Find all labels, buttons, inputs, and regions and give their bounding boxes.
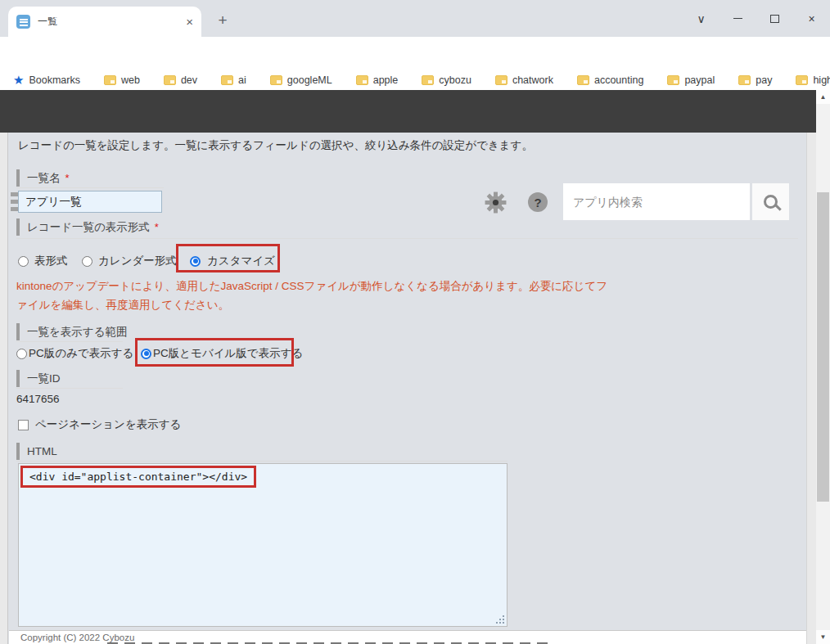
bookmark-label: dev bbox=[181, 74, 197, 86]
label-underline bbox=[16, 187, 164, 188]
bookmark-label: chatwork bbox=[512, 74, 553, 86]
folder-icon bbox=[422, 75, 434, 85]
folder-icon bbox=[495, 75, 507, 85]
label-underline bbox=[16, 388, 123, 389]
bookmark-folder-cybozu[interactable]: cybozu bbox=[422, 74, 471, 86]
bookmark-label: apple bbox=[373, 74, 399, 86]
scroll-up-icon[interactable]: ▲ bbox=[816, 90, 830, 104]
folder-icon bbox=[796, 75, 808, 85]
bookmark-label: cybozu bbox=[439, 74, 471, 86]
radio-pc-only[interactable]: PC版のみで表示する bbox=[16, 345, 133, 363]
pagination-checkbox-row[interactable]: ページネーションを表示する bbox=[18, 416, 181, 434]
bookmark-folder-apple[interactable]: apple bbox=[356, 74, 399, 86]
right-gutter bbox=[806, 133, 816, 644]
settings-gear-icon[interactable] bbox=[485, 191, 507, 217]
radio-table-format[interactable]: 表形式 bbox=[18, 252, 68, 270]
folder-icon bbox=[270, 75, 282, 85]
bookmark-folder-dev[interactable]: dev bbox=[164, 74, 197, 86]
folder-icon bbox=[356, 75, 368, 85]
html-textarea[interactable]: <div id="applist-container"></div> bbox=[18, 463, 507, 627]
bookmark-folder-ai[interactable]: ai bbox=[221, 74, 246, 86]
required-asterisk: * bbox=[155, 221, 159, 233]
scroll-down-icon[interactable]: ▼ bbox=[816, 630, 830, 644]
list-id-label: 一覧ID bbox=[16, 370, 61, 387]
bookmark-label: highcharts bbox=[813, 74, 830, 86]
left-gutter bbox=[0, 133, 8, 644]
window-controls: ∨ × bbox=[683, 0, 830, 37]
tab-close-icon[interactable]: × bbox=[186, 16, 193, 28]
radio-icon[interactable] bbox=[16, 349, 27, 359]
bookmark-folder-chatwork[interactable]: chatwork bbox=[495, 74, 553, 86]
list-name-input[interactable] bbox=[18, 191, 162, 213]
window-maximize-button[interactable] bbox=[756, 0, 793, 37]
search-button[interactable] bbox=[752, 183, 789, 220]
bookmark-label: Bookmarks bbox=[29, 74, 80, 86]
label-bar bbox=[16, 323, 20, 340]
radio-icon[interactable] bbox=[18, 256, 29, 267]
bookmark-folder-googleml[interactable]: googleML bbox=[270, 74, 332, 86]
warning-text-line1: kintoneのアップデートにより、適用したJavaScript / CSSファ… bbox=[16, 279, 607, 294]
folder-icon bbox=[667, 75, 679, 85]
required-asterisk: * bbox=[65, 172, 70, 184]
blue-star-icon: ★ bbox=[13, 73, 24, 88]
browser-tab[interactable]: 一覧 × bbox=[8, 7, 201, 37]
app-search-input[interactable] bbox=[563, 183, 750, 220]
folder-icon bbox=[164, 75, 176, 85]
search-icon bbox=[764, 195, 778, 209]
radio-icon[interactable] bbox=[82, 256, 92, 267]
bookmark-label: ai bbox=[238, 74, 246, 86]
list-id-value: 6417656 bbox=[16, 393, 60, 405]
label-bar bbox=[16, 169, 20, 187]
display-scope-label: 一覧を表示する範囲 bbox=[16, 323, 127, 340]
copyright-text: Copyright (C) 2022 Cybozu bbox=[20, 633, 134, 642]
bookmark-folder-web[interactable]: web bbox=[104, 74, 140, 86]
bookmark-folder-highcharts[interactable]: highcharts bbox=[796, 74, 830, 86]
bookmark-label: paypal bbox=[684, 74, 715, 86]
label-bar bbox=[16, 218, 20, 236]
radio-selected-icon[interactable] bbox=[190, 256, 201, 267]
window-minimize-button[interactable] bbox=[719, 0, 756, 37]
bookmark-label: googleML bbox=[287, 74, 332, 86]
html-code-text: <div id="applist-container"></div> bbox=[29, 471, 247, 483]
tab-strip: 一覧 × + ∨ × bbox=[0, 0, 830, 37]
checkbox-icon[interactable] bbox=[18, 420, 29, 430]
radio-customize-format[interactable]: カスタマイズ bbox=[190, 252, 275, 270]
section-underline bbox=[16, 238, 798, 239]
textarea-resize-handle[interactable] bbox=[495, 615, 507, 626]
bookmark-label: web bbox=[121, 74, 140, 86]
page-footer: Copyright (C) 2022 Cybozu bbox=[9, 630, 806, 644]
bookmark-folder-paypal[interactable]: paypal bbox=[667, 74, 715, 86]
warning-text-line2: ァイルを編集し、再度適用してください。 bbox=[16, 298, 229, 313]
tab-title: 一覧 bbox=[38, 15, 186, 29]
new-tab-button[interactable]: + bbox=[211, 9, 234, 32]
label-underline bbox=[16, 341, 123, 342]
radio-calendar-format[interactable]: カレンダー形式 bbox=[82, 252, 177, 270]
folder-icon bbox=[738, 75, 751, 85]
bookmark-label: accounting bbox=[594, 74, 643, 86]
kintone-header: ★ ? bbox=[0, 90, 816, 133]
radio-pc-and-mobile[interactable]: PC版とモバイル版で表示する bbox=[141, 345, 303, 363]
vertical-scrollbar[interactable]: ▲ ▼ bbox=[816, 90, 830, 644]
folder-icon bbox=[577, 75, 589, 85]
help-icon[interactable]: ? bbox=[528, 192, 548, 212]
html-label: HTML bbox=[16, 443, 57, 460]
window-chevron-icon[interactable]: ∨ bbox=[683, 0, 719, 37]
kintone-list-favicon-icon bbox=[16, 15, 30, 29]
list-name-label: 一覧名 * bbox=[16, 169, 70, 187]
bookmarks-manager[interactable]: ★ Bookmarks bbox=[13, 73, 80, 88]
label-bar bbox=[16, 443, 20, 460]
folder-icon bbox=[104, 75, 116, 85]
display-format-label: レコード一覧の表示形式 * bbox=[16, 218, 159, 236]
browser-toolbar: ← → pandafirm.cybozu.com/k/admin/app/vie… bbox=[0, 37, 830, 70]
radio-selected-icon[interactable] bbox=[141, 349, 151, 359]
bookmarks-bar: ★ Bookmarks web dev ai googleML apple cy… bbox=[0, 70, 830, 90]
window-close-button[interactable]: × bbox=[793, 0, 830, 37]
bookmark-folder-accounting[interactable]: accounting bbox=[577, 74, 643, 86]
scrollbar-thumb[interactable] bbox=[817, 192, 829, 502]
label-bar bbox=[16, 370, 20, 387]
bookmark-folder-pay[interactable]: pay bbox=[738, 74, 772, 86]
intro-text: レコードの一覧を設定します。一覧に表示するフィールドの選択や、絞り込み条件の設定… bbox=[18, 138, 533, 153]
folder-icon bbox=[221, 75, 233, 85]
browser-window: 一覧 × + ∨ × ← → bbox=[0, 0, 830, 644]
highlight-box-html-code: <div id="applist-container"></div> bbox=[20, 466, 256, 488]
